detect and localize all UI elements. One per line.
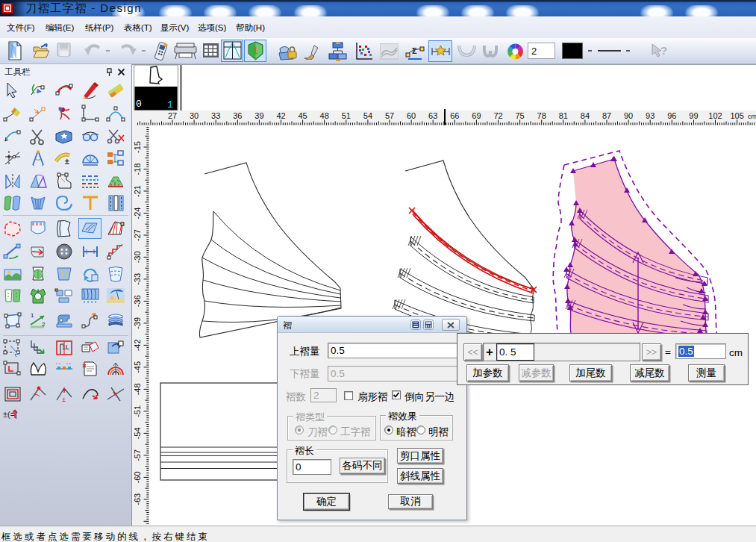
svg-text:-51: -51 <box>133 405 142 417</box>
svg-text:-18: -18 <box>133 163 142 175</box>
svg-text:1L: 1L <box>62 343 69 351</box>
svg-text:±: ± <box>65 158 69 166</box>
svg-text:-30: -30 <box>133 251 142 263</box>
svg-text:36: 36 <box>233 111 242 120</box>
svg-text:-48: -48 <box>133 383 142 395</box>
svg-text:cm: cm <box>748 113 756 120</box>
svg-text:90: 90 <box>624 111 633 120</box>
svg-text:39: 39 <box>254 111 263 120</box>
svg-text:-15: -15 <box>133 141 142 153</box>
svg-text:63: 63 <box>428 111 437 120</box>
svg-text:1: 1 <box>31 312 34 319</box>
svg-text:-27: -27 <box>133 229 142 241</box>
svg-text:45: 45 <box>298 111 307 120</box>
svg-text:54: 54 <box>363 111 372 120</box>
svg-text:-60: -60 <box>133 471 142 483</box>
svg-text:87: 87 <box>602 111 611 120</box>
svg-text:69: 69 <box>472 111 481 120</box>
svg-text:66: 66 <box>450 111 459 120</box>
svg-text:99: 99 <box>689 111 698 120</box>
svg-text:93: 93 <box>646 111 655 120</box>
svg-text:84: 84 <box>581 111 590 120</box>
svg-text:57: 57 <box>385 111 394 120</box>
svg-text:-42: -42 <box>133 339 142 351</box>
svg-text:Σ: Σ <box>412 46 417 55</box>
svg-text:-24: -24 <box>133 208 142 219</box>
svg-text:27: 27 <box>168 111 177 120</box>
svg-text:96: 96 <box>667 111 676 120</box>
svg-text:-39: -39 <box>133 317 142 329</box>
svg-text:-45: -45 <box>133 361 142 373</box>
svg-text:±: ± <box>62 396 66 403</box>
svg-text:-36: -36 <box>133 295 142 307</box>
svg-text:42: 42 <box>276 111 285 120</box>
svg-text:0: 0 <box>136 99 142 110</box>
svg-text:75: 75 <box>515 111 524 120</box>
svg-text:33: 33 <box>211 111 220 120</box>
svg-text:-54: -54 <box>133 427 142 439</box>
svg-text:102: 102 <box>708 111 722 120</box>
svg-text:60: 60 <box>407 111 416 120</box>
svg-text:30: 30 <box>190 111 199 120</box>
svg-text:1: 1 <box>167 99 173 110</box>
svg-text:-57: -57 <box>133 449 142 461</box>
svg-text:-21: -21 <box>133 185 142 197</box>
svg-text:105: 105 <box>730 111 743 120</box>
svg-text:72: 72 <box>493 111 502 120</box>
svg-text:78: 78 <box>537 111 546 120</box>
svg-text:1: 1 <box>253 45 258 56</box>
svg-text:51: 51 <box>342 111 351 120</box>
svg-text:-63: -63 <box>133 493 142 505</box>
svg-text:48: 48 <box>320 111 329 120</box>
svg-text:81: 81 <box>559 111 568 120</box>
svg-text:-33: -33 <box>133 273 142 285</box>
svg-text:?: ? <box>660 44 667 57</box>
svg-text:2: 2 <box>42 321 46 328</box>
